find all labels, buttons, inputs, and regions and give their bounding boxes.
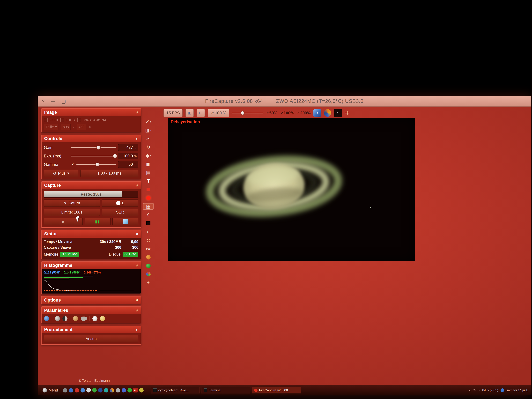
- zoom-50-button[interactable]: ↗ 50%: [266, 111, 277, 115]
- red-square-icon[interactable]: [143, 186, 154, 193]
- zoom-value-button[interactable]: ↗ 100 %: [208, 109, 229, 117]
- taille-dropdown[interactable]: Taille ▾: [44, 124, 59, 130]
- camera-icon[interactable]: ▣: [143, 161, 154, 167]
- close-icon[interactable]: ×: [42, 98, 45, 104]
- spinner-icon[interactable]: ⇅: [134, 146, 137, 149]
- scissors-icon[interactable]: ✂: [143, 135, 154, 142]
- rgb-icon[interactable]: [143, 271, 154, 277]
- roi-height-field[interactable]: 482: [77, 124, 86, 130]
- zoom-100-button[interactable]: ↗ 100%: [280, 111, 294, 115]
- panel-controle-header[interactable]: Contrôle »: [42, 135, 141, 142]
- panel-parametres-header[interactable]: Paramètres »: [42, 307, 141, 314]
- collapse-icon[interactable]: »: [134, 111, 139, 114]
- moon-profile-icon[interactable]: [55, 316, 60, 321]
- app-icon[interactable]: [98, 388, 102, 393]
- app-icon[interactable]: [116, 388, 120, 393]
- browser-icon[interactable]: [324, 109, 331, 117]
- dots-icon[interactable]: ∷: [143, 237, 154, 243]
- clock-date[interactable]: samedi 14 juill.: [507, 388, 528, 392]
- exposure-range-select[interactable]: 1.00 - 100 ms: [80, 170, 138, 177]
- jupiter-profile-icon[interactable]: [73, 316, 78, 321]
- gain-slider[interactable]: [71, 145, 116, 150]
- panel-capture-header[interactable]: Capture »: [42, 182, 141, 189]
- app-icon[interactable]: [81, 388, 85, 393]
- folder-icon[interactable]: ▤: [143, 169, 154, 176]
- spinner-icon[interactable]: ⇅: [134, 154, 137, 158]
- collapse-icon[interactable]: »: [134, 309, 139, 311]
- app-icon[interactable]: [63, 388, 67, 393]
- fps-button[interactable]: 15 FPS: [164, 109, 183, 117]
- maximize-icon[interactable]: ▢: [61, 98, 66, 104]
- battery-status[interactable]: 84% (7:05): [482, 388, 498, 392]
- panel-histogramme-header[interactable]: Histogramme »: [42, 262, 141, 269]
- circle-icon[interactable]: ○: [143, 229, 154, 235]
- zoom-slider[interactable]: [232, 110, 263, 115]
- app-icon[interactable]: [127, 388, 132, 393]
- taskbar-window-firecapture[interactable]: FireCapture v2.6.08...: [252, 387, 301, 393]
- network-icon[interactable]: ⇅: [473, 388, 476, 392]
- planet-profile-icon[interactable]: [44, 316, 49, 321]
- pause-button[interactable]: ▮▮: [85, 218, 110, 225]
- roi-width-field[interactable]: 808: [61, 124, 70, 130]
- max-checkbox[interactable]: [77, 118, 81, 122]
- object-button[interactable]: ✎ Saturn: [44, 200, 100, 207]
- gamma-slider[interactable]: [76, 162, 116, 167]
- orange-circle-icon[interactable]: [143, 254, 154, 260]
- panel-options-header[interactable]: Options »: [42, 297, 141, 304]
- half-moon-icon[interactable]: [63, 316, 68, 321]
- limit-button[interactable]: Limite: 180s: [44, 209, 100, 216]
- menu-button[interactable]: Menu: [41, 387, 60, 393]
- dark-frame-icon[interactable]: [143, 220, 154, 227]
- zoom-200-button[interactable]: ↗ 200%: [297, 111, 311, 115]
- gamma-checkbox[interactable]: ✓: [71, 162, 74, 167]
- terminal-icon[interactable]: >_: [334, 109, 342, 117]
- pretraitement-select[interactable]: Aucun: [44, 335, 138, 342]
- volume-icon[interactable]: ◖: [478, 388, 480, 392]
- color-diamond-icon[interactable]: ◆▾: [143, 152, 154, 159]
- collapse-icon[interactable]: »: [134, 184, 139, 186]
- paint-bucket-icon[interactable]: ◨▾: [143, 127, 154, 133]
- cloud-icon[interactable]: [81, 317, 87, 321]
- taskbar-window-terminal2[interactable]: Terminal: [201, 387, 250, 393]
- preview-button[interactable]: [113, 218, 138, 225]
- nines-icon[interactable]: 999: [143, 246, 154, 252]
- bin-checkbox[interactable]: [60, 118, 64, 122]
- sun-profile-icon[interactable]: [100, 316, 105, 321]
- add-tool-icon[interactable]: +: [345, 109, 349, 117]
- app-icon[interactable]: [122, 388, 126, 393]
- spinner-icon[interactable]: ⇅: [134, 163, 137, 166]
- flat-field-icon[interactable]: T: [143, 178, 154, 184]
- panel-statut-header[interactable]: Statut »: [42, 230, 141, 238]
- collapse-icon[interactable]: »: [134, 137, 139, 140]
- check-icon[interactable]: ✓▾: [143, 119, 154, 125]
- plus-button[interactable]: ⚙ Plus ▾: [44, 170, 78, 177]
- gain-value[interactable]: 437 ⇅: [118, 144, 138, 151]
- app-icon[interactable]: [104, 388, 108, 393]
- exposure-slider[interactable]: [71, 153, 116, 158]
- venus-profile-icon[interactable]: [92, 316, 97, 321]
- exposure-value[interactable]: 100,0 ⇅: [118, 153, 138, 159]
- bit-checkbox[interactable]: [44, 118, 48, 122]
- image-editor-icon[interactable]: ✦: [313, 109, 321, 117]
- app-icon[interactable]: [75, 388, 79, 393]
- camera-viewport[interactable]: Débayerisation: [168, 118, 415, 261]
- grid-icon[interactable]: ▦: [143, 203, 154, 210]
- fit-view-icon[interactable]: ⊞: [185, 109, 194, 117]
- fullscreen-icon[interactable]: □: [196, 109, 205, 117]
- app-icon[interactable]: [92, 388, 97, 393]
- tray-expand-icon[interactable]: ∧: [469, 388, 471, 392]
- filter-button[interactable]: L: [102, 200, 138, 207]
- drop-icon[interactable]: ◊: [143, 212, 154, 218]
- globe-icon[interactable]: [143, 263, 154, 269]
- record-icon[interactable]: [143, 195, 154, 201]
- taskbar-window-terminal1[interactable]: cyril@debian: ~/wo...: [151, 387, 200, 393]
- expand-icon[interactable]: »: [134, 299, 139, 301]
- gamma-value[interactable]: 50 ⇅: [118, 161, 138, 168]
- browser-app-icon[interactable]: [110, 388, 114, 393]
- format-button[interactable]: SER: [102, 209, 138, 216]
- panel-image-header[interactable]: Image »: [42, 109, 141, 116]
- minimize-icon[interactable]: ─: [51, 98, 55, 104]
- panel-pretraitement-header[interactable]: Prétraitement »: [42, 326, 141, 333]
- roi-stepper[interactable]: ⇅: [89, 125, 91, 129]
- app-icon[interactable]: [69, 388, 73, 393]
